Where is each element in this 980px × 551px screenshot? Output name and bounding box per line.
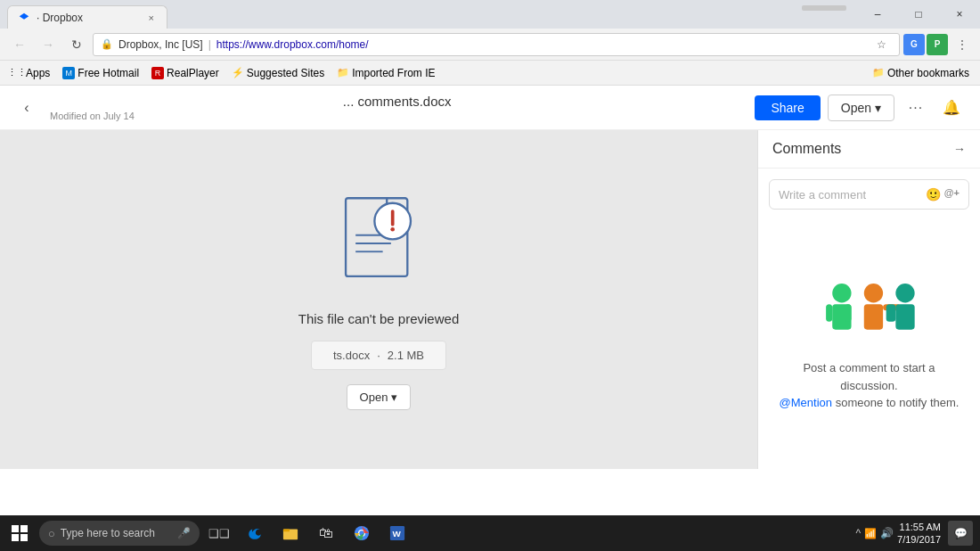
notification-button[interactable]: 💬 — [948, 521, 973, 546]
network-icon[interactable]: 📶 — [864, 528, 877, 539]
realplayer-icon: R — [151, 67, 164, 79]
comments-title: Comments — [772, 141, 841, 157]
taskbar-clock[interactable]: 11:55 AM 7/19/2017 — [897, 521, 944, 547]
hotmail-icon: M — [62, 67, 75, 79]
comments-sidebar-toggle[interactable]: → — [953, 142, 966, 156]
preview-area: This file can't be previewed ts.docx · 2… — [0, 130, 757, 469]
open-label: Open — [841, 101, 871, 115]
active-tab[interactable]: · Dropbox × — [7, 5, 167, 29]
address-bar: ← → ↻ 🔒 Dropbox, Inc [US] | https://www.… — [0, 29, 980, 61]
svg-rect-15 — [895, 304, 914, 329]
url-text: https://www.dropbox.com/home/ — [216, 38, 369, 51]
window-controls: – □ × — [857, 0, 980, 29]
comments-sidebar: Comments → Write a comment 🙂 @+ — [757, 130, 980, 469]
doc-modified: Modified on July 14 — [50, 111, 744, 121]
taskbar: ○ Type here to search 🎤 ❑❑ 🛍 W — [0, 515, 980, 551]
bookmark-imported-from-ie[interactable]: 📁 Imported From IE — [333, 65, 438, 81]
svg-point-7 — [832, 284, 851, 302]
emoji-icon[interactable]: 🙂 — [926, 187, 941, 201]
other-bookmarks-label: Other bookmarks — [887, 67, 969, 79]
open-arrow-icon: ▾ — [875, 101, 881, 115]
svg-rect-9 — [826, 304, 832, 322]
start-button[interactable] — [4, 517, 36, 549]
more-options-button[interactable]: ··· — [902, 94, 930, 122]
chrome-menu-button[interactable]: ⋮ — [951, 34, 973, 55]
taskbar-mic-icon[interactable]: 🎤 — [177, 527, 191, 539]
taskbar-app-explorer[interactable] — [274, 517, 306, 549]
minimize-button[interactable]: – — [857, 0, 898, 29]
bookmark-realplayer[interactable]: R RealPlayer — [148, 65, 223, 81]
svg-rect-12 — [863, 304, 882, 329]
open-button[interactable]: Open ▾ — [828, 95, 894, 121]
window-chrome: · Dropbox × – □ × — [0, 0, 980, 29]
taskbar-app-chrome[interactable] — [346, 517, 378, 549]
taskbar-right: ^ 📶 🔊 11:55 AM 7/19/2017 💬 — [855, 521, 976, 547]
volume-icon[interactable]: 🔊 — [880, 527, 894, 539]
close-button[interactable]: × — [939, 0, 980, 29]
star-button[interactable]: ☆ — [870, 34, 892, 55]
extension-2[interactable]: P — [927, 34, 948, 55]
tab-strip: · Dropbox × — [0, 0, 167, 29]
empty-comments: Post a comment to start a discussion. @M… — [758, 220, 980, 469]
svg-point-6 — [390, 227, 395, 232]
comment-actions: 🙂 @+ — [926, 187, 960, 201]
chevron-up-icon[interactable]: ^ — [855, 527, 861, 539]
svg-point-14 — [895, 284, 914, 302]
company-text: Dropbox, Inc [US] — [118, 38, 203, 51]
comment-input-area[interactable]: Write a comment 🙂 @+ — [769, 179, 969, 210]
dropbox-favicon — [17, 11, 31, 25]
notifications-button[interactable]: 🔔 — [937, 94, 966, 122]
address-separator: | — [208, 38, 211, 51]
mention-link[interactable]: @Mention — [780, 396, 832, 409]
doc-toolbar: ‹ ... comments.docx Modified on July 14 … — [0, 86, 980, 130]
taskbar-date: 7/19/2017 — [897, 533, 941, 546]
mention-icon[interactable]: @+ — [944, 187, 960, 201]
taskbar-search-text: Type here to search — [61, 527, 155, 539]
empty-text-line1: Post a comment to start a discussion. — [803, 361, 935, 392]
toolbar-actions: Share Open ▾ ··· 🔔 — [755, 94, 966, 122]
tab-close-button[interactable]: × — [145, 11, 158, 25]
suggested-sites-icon: ⚡ — [232, 67, 244, 79]
taskbar-search[interactable]: ○ Type here to search 🎤 — [39, 521, 200, 546]
notification-icon: 💬 — [954, 527, 968, 539]
svg-rect-20 — [20, 534, 28, 541]
preview-error-illustration — [325, 190, 432, 297]
ie-folder-icon: 📁 — [337, 67, 349, 79]
taskbar-app-store[interactable]: 🛍 — [310, 517, 342, 549]
bookmark-suggested-sites[interactable]: ⚡ Suggested Sites — [228, 65, 328, 81]
system-tray-icons: ^ 📶 🔊 — [855, 527, 894, 539]
svg-rect-16 — [886, 304, 895, 322]
share-button[interactable]: Share — [755, 95, 820, 120]
content-wrapper: This file can't be previewed ts.docx · 2… — [0, 130, 980, 469]
taskbar-app-taskview[interactable]: ❑❑ — [203, 517, 235, 549]
address-input[interactable]: 🔒 Dropbox, Inc [US] | https://www.dropbo… — [93, 33, 900, 56]
forward-nav-button[interactable]: → — [36, 32, 61, 57]
maximize-button[interactable]: □ — [898, 0, 939, 29]
svg-text:W: W — [393, 529, 402, 539]
refresh-button[interactable]: ↻ — [64, 32, 89, 57]
other-bookmarks-icon: 📁 — [872, 67, 885, 79]
search-circle-icon: ○ — [48, 527, 55, 540]
apps-label: Apps — [26, 67, 50, 79]
doc-back-button[interactable]: ‹ — [14, 95, 39, 120]
other-bookmarks[interactable]: 📁 Other bookmarks — [869, 65, 973, 81]
extension-1[interactable]: G — [903, 34, 925, 55]
taskbar-app-word[interactable]: W — [381, 517, 413, 549]
empty-comments-text: Post a comment to start a discussion. @M… — [776, 359, 962, 412]
open-file-label: Open — [360, 391, 388, 404]
empty-text-suffix: someone to notify them. — [836, 396, 960, 409]
apps-bookmark[interactable]: ⋮⋮ Apps — [7, 65, 53, 81]
file-size: 2.1 MB — [388, 349, 424, 362]
svg-point-11 — [863, 284, 882, 302]
bookmark-free-hotmail[interactable]: M Free Hotmail — [59, 65, 143, 81]
taskbar-app-edge[interactable] — [239, 517, 271, 549]
back-nav-button[interactable]: ← — [7, 32, 32, 57]
comment-placeholder: Write a comment — [779, 188, 919, 201]
bookmark-label-hotmail: Free Hotmail — [78, 67, 139, 79]
empty-comments-illustration — [812, 277, 927, 349]
open-file-button[interactable]: Open ▾ — [347, 384, 412, 410]
svg-rect-10 — [845, 304, 851, 322]
bookmark-label-suggested: Suggested Sites — [247, 67, 324, 79]
bookmark-label-ie: Imported From IE — [352, 67, 435, 79]
preview-message: This file can't be previewed — [298, 311, 459, 326]
